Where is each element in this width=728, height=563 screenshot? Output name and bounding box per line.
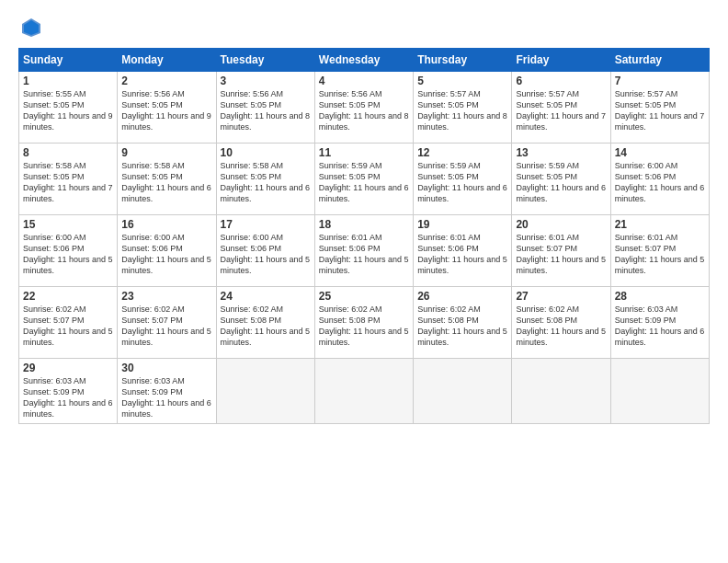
day-info: Sunrise: 6:02 AMSunset: 5:08 PMDaylight:… <box>516 304 606 349</box>
calendar-cell: 17Sunrise: 6:00 AMSunset: 5:06 PMDayligh… <box>216 215 314 287</box>
calendar-cell: 30Sunrise: 6:03 AMSunset: 5:09 PMDayligh… <box>118 359 216 424</box>
calendar-cell: 10Sunrise: 5:58 AMSunset: 5:05 PMDayligh… <box>216 144 314 215</box>
calendar-cell: 14Sunrise: 6:00 AMSunset: 5:06 PMDayligh… <box>610 144 709 215</box>
day-number: 28 <box>615 290 705 303</box>
calendar-week-row: 8Sunrise: 5:58 AMSunset: 5:05 PMDaylight… <box>19 144 710 215</box>
calendar-cell: 15Sunrise: 6:00 AMSunset: 5:06 PMDayligh… <box>19 215 118 287</box>
calendar-cell: 26Sunrise: 6:02 AMSunset: 5:08 PMDayligh… <box>414 287 512 359</box>
calendar-cell: 5Sunrise: 5:57 AMSunset: 5:05 PMDaylight… <box>414 72 512 144</box>
day-info: Sunrise: 6:00 AMSunset: 5:06 PMDaylight:… <box>221 232 311 277</box>
calendar-cell: 18Sunrise: 6:01 AMSunset: 5:06 PMDayligh… <box>314 215 413 287</box>
calendar-header-tuesday: Tuesday <box>216 49 314 72</box>
calendar-cell: 21Sunrise: 6:01 AMSunset: 5:07 PMDayligh… <box>610 215 709 287</box>
day-info: Sunrise: 6:00 AMSunset: 5:06 PMDaylight:… <box>23 232 113 277</box>
calendar-cell: 24Sunrise: 6:02 AMSunset: 5:08 PMDayligh… <box>216 287 314 359</box>
calendar-cell: 9Sunrise: 5:58 AMSunset: 5:05 PMDaylight… <box>118 144 216 215</box>
day-info: Sunrise: 5:58 AMSunset: 5:05 PMDaylight:… <box>221 160 311 205</box>
day-info: Sunrise: 5:56 AMSunset: 5:05 PMDaylight:… <box>221 88 311 133</box>
day-number: 26 <box>417 290 507 303</box>
calendar-cell: 3Sunrise: 5:56 AMSunset: 5:05 PMDaylight… <box>216 72 314 144</box>
calendar-cell: 8Sunrise: 5:58 AMSunset: 5:05 PMDaylight… <box>19 144 118 215</box>
day-number: 3 <box>221 75 311 87</box>
day-number: 29 <box>23 362 113 374</box>
calendar-cell: 22Sunrise: 6:02 AMSunset: 5:07 PMDayligh… <box>19 287 118 359</box>
calendar-cell <box>216 359 314 424</box>
day-number: 15 <box>23 218 113 231</box>
calendar-header-wednesday: Wednesday <box>314 49 413 72</box>
day-info: Sunrise: 5:59 AMSunset: 5:05 PMDaylight:… <box>417 160 507 205</box>
calendar-cell <box>512 359 610 424</box>
calendar-cell: 28Sunrise: 6:03 AMSunset: 5:09 PMDayligh… <box>610 287 709 359</box>
day-number: 9 <box>121 146 211 159</box>
calendar-cell: 27Sunrise: 6:02 AMSunset: 5:08 PMDayligh… <box>512 287 610 359</box>
day-number: 7 <box>615 75 705 87</box>
day-info: Sunrise: 5:57 AMSunset: 5:05 PMDaylight:… <box>417 88 507 133</box>
day-info: Sunrise: 5:57 AMSunset: 5:05 PMDaylight:… <box>516 88 606 133</box>
calendar-cell: 6Sunrise: 5:57 AMSunset: 5:05 PMDaylight… <box>512 72 610 144</box>
calendar-table: SundayMondayTuesdayWednesdayThursdayFrid… <box>18 48 710 424</box>
day-info: Sunrise: 5:56 AMSunset: 5:05 PMDaylight:… <box>121 88 211 133</box>
calendar-cell <box>414 359 512 424</box>
calendar-cell: 20Sunrise: 6:01 AMSunset: 5:07 PMDayligh… <box>512 215 610 287</box>
calendar-week-row: 15Sunrise: 6:00 AMSunset: 5:06 PMDayligh… <box>19 215 710 287</box>
day-info: Sunrise: 5:55 AMSunset: 5:05 PMDaylight:… <box>23 88 113 133</box>
calendar-cell: 29Sunrise: 6:03 AMSunset: 5:09 PMDayligh… <box>19 359 118 424</box>
day-info: Sunrise: 6:02 AMSunset: 5:08 PMDaylight:… <box>221 304 311 349</box>
day-info: Sunrise: 6:01 AMSunset: 5:06 PMDaylight:… <box>417 232 507 277</box>
day-number: 22 <box>23 290 113 303</box>
day-number: 17 <box>221 218 311 231</box>
day-info: Sunrise: 6:03 AMSunset: 5:09 PMDaylight:… <box>23 375 113 420</box>
day-info: Sunrise: 6:02 AMSunset: 5:08 PMDaylight:… <box>417 304 507 349</box>
day-number: 19 <box>417 218 507 231</box>
day-info: Sunrise: 6:00 AMSunset: 5:06 PMDaylight:… <box>615 160 705 205</box>
day-number: 5 <box>417 75 507 87</box>
day-info: Sunrise: 6:03 AMSunset: 5:09 PMDaylight:… <box>121 375 211 420</box>
calendar-header-friday: Friday <box>512 49 610 72</box>
calendar-header-row: SundayMondayTuesdayWednesdayThursdayFrid… <box>19 49 710 72</box>
day-info: Sunrise: 5:58 AMSunset: 5:05 PMDaylight:… <box>23 160 113 205</box>
calendar-week-row: 1Sunrise: 5:55 AMSunset: 5:05 PMDaylight… <box>19 72 710 144</box>
day-number: 30 <box>121 362 211 374</box>
calendar-cell: 1Sunrise: 5:55 AMSunset: 5:05 PMDaylight… <box>19 72 118 144</box>
day-number: 8 <box>23 146 113 159</box>
logo <box>18 17 42 39</box>
day-number: 6 <box>516 75 606 87</box>
day-info: Sunrise: 6:02 AMSunset: 5:08 PMDaylight:… <box>319 304 409 349</box>
day-number: 1 <box>23 75 113 87</box>
logo-icon <box>20 17 42 39</box>
day-number: 12 <box>417 146 507 159</box>
day-number: 16 <box>121 218 211 231</box>
calendar-cell <box>314 359 413 424</box>
calendar-header-sunday: Sunday <box>19 49 118 72</box>
day-info: Sunrise: 6:03 AMSunset: 5:09 PMDaylight:… <box>615 304 705 349</box>
calendar-cell: 13Sunrise: 5:59 AMSunset: 5:05 PMDayligh… <box>512 144 610 215</box>
day-number: 13 <box>516 146 606 159</box>
day-info: Sunrise: 6:01 AMSunset: 5:06 PMDaylight:… <box>319 232 409 277</box>
calendar-header-saturday: Saturday <box>610 49 709 72</box>
day-info: Sunrise: 6:01 AMSunset: 5:07 PMDaylight:… <box>615 232 705 277</box>
day-info: Sunrise: 6:02 AMSunset: 5:07 PMDaylight:… <box>121 304 211 349</box>
calendar-cell <box>610 359 709 424</box>
day-number: 21 <box>615 218 705 231</box>
calendar-cell: 12Sunrise: 5:59 AMSunset: 5:05 PMDayligh… <box>414 144 512 215</box>
day-info: Sunrise: 5:56 AMSunset: 5:05 PMDaylight:… <box>319 88 409 133</box>
day-info: Sunrise: 5:59 AMSunset: 5:05 PMDaylight:… <box>516 160 606 205</box>
day-number: 20 <box>516 218 606 231</box>
day-number: 23 <box>121 290 211 303</box>
day-number: 24 <box>221 290 311 303</box>
day-info: Sunrise: 6:01 AMSunset: 5:07 PMDaylight:… <box>516 232 606 277</box>
day-number: 2 <box>121 75 211 87</box>
calendar-header-thursday: Thursday <box>414 49 512 72</box>
day-info: Sunrise: 6:02 AMSunset: 5:07 PMDaylight:… <box>23 304 113 349</box>
day-info: Sunrise: 5:58 AMSunset: 5:05 PMDaylight:… <box>121 160 211 205</box>
day-number: 27 <box>516 290 606 303</box>
calendar-cell: 19Sunrise: 6:01 AMSunset: 5:06 PMDayligh… <box>414 215 512 287</box>
calendar-cell: 16Sunrise: 6:00 AMSunset: 5:06 PMDayligh… <box>118 215 216 287</box>
calendar-cell: 4Sunrise: 5:56 AMSunset: 5:05 PMDaylight… <box>314 72 413 144</box>
calendar-cell: 11Sunrise: 5:59 AMSunset: 5:05 PMDayligh… <box>314 144 413 215</box>
day-number: 18 <box>319 218 409 231</box>
calendar-cell: 2Sunrise: 5:56 AMSunset: 5:05 PMDaylight… <box>118 72 216 144</box>
day-number: 25 <box>319 290 409 303</box>
calendar-week-row: 22Sunrise: 6:02 AMSunset: 5:07 PMDayligh… <box>19 287 710 359</box>
day-number: 4 <box>319 75 409 87</box>
